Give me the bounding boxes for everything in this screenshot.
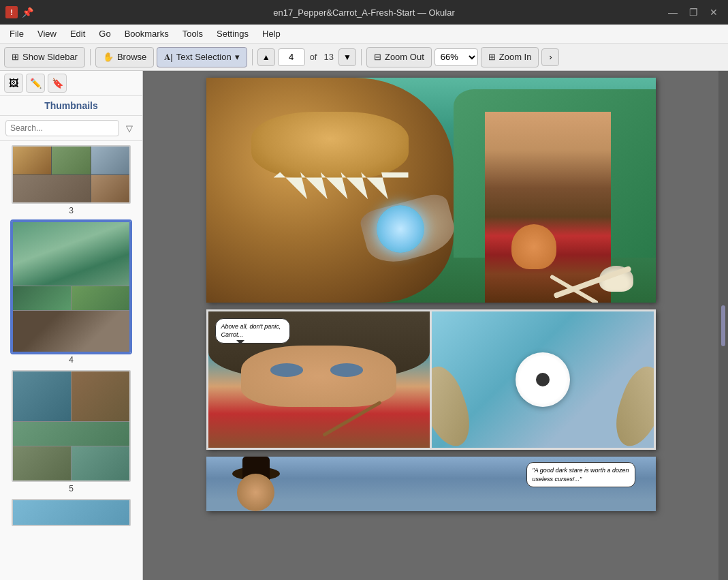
browse-label: Browse (117, 52, 146, 62)
thumbnail-frame-3 (12, 145, 131, 204)
tusk-right (607, 361, 654, 448)
prev-page-button[interactable]: ▲ (257, 48, 275, 66)
zoom-in-button[interactable]: ⊞ Zoom In (481, 47, 539, 67)
page-4-top (206, 78, 656, 303)
show-sidebar-button[interactable]: ⊞ Show Sidebar (4, 47, 85, 67)
zoom-out-label: Zoom Out (385, 52, 424, 62)
thumb5-top-left (13, 371, 71, 421)
app-icon: ! (5, 6, 18, 18)
browse-button[interactable]: ✋ Browse (95, 47, 154, 67)
forest-scene-panel (206, 78, 656, 303)
menu-view[interactable]: View (31, 27, 63, 41)
hat-figure-container (229, 457, 283, 511)
thumb3-cell-2 (52, 147, 90, 174)
text-selection-label: Text Selection (176, 52, 232, 62)
thumb4-layout (13, 222, 129, 352)
separator-3 (361, 49, 362, 65)
speech-bubble: Above all, don't panic, Carrot... (215, 318, 290, 344)
page-total-label: 13 (321, 52, 335, 62)
browse-icon: ✋ (103, 52, 114, 62)
restore-button[interactable]: ❐ (684, 3, 702, 21)
thumb3-grid (13, 147, 129, 202)
page-of-label: of (308, 52, 319, 62)
separator-2 (252, 49, 253, 65)
pdf-content-area[interactable]: Above all, don't panic, Carrot... (143, 71, 718, 580)
menu-edit[interactable]: Edit (63, 27, 92, 41)
zoom-in-label: Zoom In (499, 52, 532, 62)
zoom-out-button[interactable]: ⊟ Zoom Out (366, 47, 432, 67)
thumb4-top (13, 222, 129, 286)
filter-button[interactable]: ▽ (122, 121, 137, 136)
thumbnail-label-3: 3 (69, 206, 74, 215)
thumbnail-label-5: 5 (69, 484, 74, 493)
zoom-out-icon: ⊟ (374, 52, 381, 62)
thumbnail-frame-6 (12, 499, 131, 526)
right-strip-indicator (721, 305, 725, 346)
thumb5-layout (13, 371, 129, 480)
thumbnail-frame-4 (12, 221, 131, 353)
pin-icon[interactable]: 📌 (22, 7, 33, 18)
comic-panel-eye (432, 311, 654, 448)
thumb3-cell-5 (91, 175, 129, 203)
girl-eye-left (270, 363, 304, 377)
separator-1 (90, 49, 91, 65)
bottom-scene-bg: "A good dark stare is worth a dozen usel… (206, 457, 656, 511)
creature-face (251, 112, 409, 179)
thumb3-cell-1 (13, 147, 51, 174)
pupil (536, 373, 550, 386)
sidebar-tab-bookmarks[interactable]: 🔖 (48, 74, 67, 93)
menu-settings[interactable]: Settings (210, 27, 255, 41)
forest-scene-bg (206, 78, 656, 303)
menu-help[interactable]: Help (255, 27, 287, 41)
thumb4-mid-right (72, 286, 129, 310)
page-number-input[interactable] (278, 48, 305, 66)
face-circle (237, 474, 274, 511)
minimize-button[interactable]: — (664, 3, 682, 21)
search-input[interactable] (5, 120, 119, 136)
thumbnail-page-3[interactable]: 3 (8, 145, 134, 215)
text-selection-button[interactable]: 𝐀| Text Selection ▾ (157, 47, 247, 67)
close-button[interactable]: ✕ (705, 3, 723, 21)
titlebar: ! 📌 en17_Pepper&Carrot_A-Fresh-Start — O… (0, 0, 728, 25)
page-bottom-quote: "A good dark stare is worth a dozen usel… (206, 457, 656, 511)
quote-bubble: "A good dark stare is worth a dozen usel… (526, 462, 635, 487)
titlebar-left: ! 📌 (5, 6, 33, 18)
thumbnail-frame-5 (12, 370, 131, 482)
eyeball (516, 352, 570, 407)
sidebar: 🖼 ✏️ 🔖 Thumbnails ▽ (0, 71, 143, 580)
thumbnail-page-4[interactable]: 4 (8, 221, 134, 365)
zoom-in-icon: ⊞ (488, 52, 496, 62)
next-page-button[interactable]: ▼ (338, 48, 356, 66)
thumb3-cell-4 (13, 175, 91, 203)
thumbnails-container[interactable]: 3 4 (0, 141, 142, 580)
panel-eye-bg (432, 311, 654, 448)
comic-panels-row: Above all, don't panic, Carrot... (206, 309, 656, 450)
thumbnail-label-4: 4 (69, 355, 74, 365)
main-area: 🖼 ✏️ 🔖 Thumbnails ▽ (0, 71, 728, 580)
sidebar-tab-thumbnails[interactable]: 🖼 (4, 74, 23, 93)
thumb5-mid (13, 422, 129, 446)
titlebar-controls: — ❐ ✕ (664, 3, 723, 21)
zoom-level-select[interactable]: 66% 50% 75% 100% 125% (434, 48, 478, 66)
show-sidebar-label: Show Sidebar (22, 52, 78, 62)
thumbnail-page-6[interactable] (8, 499, 134, 526)
text-selection-dropdown-icon: ▾ (235, 52, 240, 62)
text-selection-icon: 𝐀| (164, 52, 172, 63)
menu-go[interactable]: Go (92, 27, 117, 41)
thumb5-top-right (72, 371, 129, 421)
more-tools-button[interactable]: › (541, 48, 559, 66)
search-bar: ▽ (0, 116, 142, 141)
menu-file[interactable]: File (3, 27, 31, 41)
thumb3-cell-3 (91, 147, 129, 174)
menu-tools[interactable]: Tools (176, 27, 210, 41)
thumb6-partial (13, 500, 129, 526)
thumb5-bot-left (13, 446, 71, 480)
thumbnail-page-5[interactable]: 5 (8, 370, 134, 493)
tusk-left (432, 361, 479, 448)
toolbar: ⊞ Show Sidebar ✋ Browse 𝐀| Text Selectio… (0, 44, 728, 71)
window-title: en17_Pepper&Carrot_A-Fresh-Start — Okula… (273, 7, 455, 18)
menu-bookmarks[interactable]: Bookmarks (118, 27, 176, 41)
thumb5-top (13, 371, 129, 421)
sidebar-tab-annotations[interactable]: ✏️ (26, 74, 45, 93)
comic-panel-girl: Above all, don't panic, Carrot... (208, 311, 430, 448)
